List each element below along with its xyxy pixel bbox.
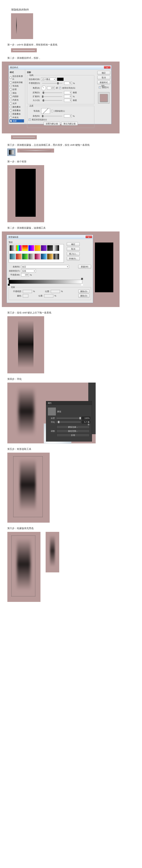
feathered-gradient bbox=[19, 388, 34, 435]
layer-style-dialog: 图层样式 样式 混合选项:默认 斜面和浮雕 等高线 纹理 描边 内阴影 内发光 … bbox=[8, 65, 111, 124]
feather-value[interactable]: 5.7 像素 bbox=[82, 421, 90, 424]
density-slider[interactable] bbox=[57, 418, 81, 418]
gradient-picker-icon[interactable] bbox=[7, 149, 15, 156]
style-item-innershadow[interactable]: 内阴影 bbox=[9, 95, 24, 98]
color-range-button[interactable]: 颜色范围... bbox=[57, 429, 90, 433]
b-step6-label: 第六步：给蒙版填充黑色 bbox=[0, 523, 142, 532]
refine-label: 调整: bbox=[48, 430, 56, 433]
gradient-preset-swatch[interactable] bbox=[22, 245, 28, 251]
make-default-button[interactable]: 设置为默认值 bbox=[44, 122, 60, 125]
spread-slider[interactable] bbox=[42, 96, 62, 97]
ge-load-button[interactable]: 载入(L)... bbox=[67, 252, 80, 256]
svg-rect-0 bbox=[9, 150, 14, 155]
gradient-preset-swatch[interactable] bbox=[9, 245, 15, 251]
opacity-stop-right[interactable] bbox=[81, 278, 83, 280]
shadow-color-swatch[interactable] bbox=[57, 78, 64, 81]
blend-options-item[interactable]: 混合选项:默认 bbox=[9, 74, 24, 81]
quality-group: 品质 等高线: 消除锯齿(L) 杂色(N): 0 % ✓ bbox=[27, 106, 94, 128]
opacity-slider[interactable] bbox=[42, 83, 62, 84]
reset-default-button[interactable]: 复位为默认值 bbox=[61, 122, 78, 125]
close-icon[interactable] bbox=[85, 236, 92, 238]
stop-opacity-value[interactable] bbox=[23, 290, 32, 293]
mask-thumbnail[interactable] bbox=[48, 407, 56, 416]
ge-new-button[interactable]: 新建(W) bbox=[78, 265, 91, 269]
close-icon[interactable] bbox=[104, 66, 111, 68]
invert-button[interactable]: 反相 bbox=[57, 433, 90, 437]
size-slider[interactable] bbox=[42, 100, 62, 101]
blend-mode-select[interactable]: 正片叠底 bbox=[41, 78, 56, 81]
stop-delete-1[interactable]: 删除(D) bbox=[78, 289, 90, 293]
style-item-patternoverlay[interactable]: 图案叠加 bbox=[9, 112, 24, 116]
ge-name-input[interactable]: 自定 bbox=[21, 265, 69, 268]
style-item-dropshadow[interactable]: 投影 bbox=[9, 119, 24, 123]
global-light-checkbox[interactable]: ✓ bbox=[59, 87, 61, 89]
stop-loc-label: 位置: bbox=[38, 290, 50, 293]
gradient-preset-swatch[interactable] bbox=[41, 245, 47, 251]
opacity-stop-left[interactable] bbox=[8, 278, 10, 280]
size-value[interactable]: 5 bbox=[64, 99, 72, 102]
style-item-contour[interactable]: 等高线 bbox=[9, 84, 24, 88]
gradient-preset-swatch[interactable] bbox=[35, 245, 40, 251]
stop-loc-value-2[interactable] bbox=[44, 294, 54, 298]
ge-type-select[interactable]: 实底 bbox=[21, 269, 36, 273]
noise-value[interactable]: 0 bbox=[64, 115, 72, 118]
color-stop-right[interactable] bbox=[81, 284, 83, 286]
distance-slider[interactable] bbox=[42, 92, 62, 93]
ge-ok-button[interactable]: 确定 bbox=[67, 242, 80, 246]
prop-title: 属性 bbox=[46, 401, 92, 405]
distance-value[interactable]: 5 bbox=[64, 91, 72, 94]
white-line bbox=[13, 50, 35, 51]
ok-button[interactable]: 确定 bbox=[97, 71, 110, 75]
color-stop-left[interactable] bbox=[8, 284, 10, 286]
gradient-preset-swatch[interactable] bbox=[16, 254, 22, 259]
noise-slider[interactable] bbox=[42, 116, 62, 117]
gradient-preset-swatch[interactable] bbox=[54, 245, 59, 251]
angle-dial[interactable] bbox=[41, 86, 46, 90]
antialias-checkbox[interactable] bbox=[51, 110, 53, 112]
ge-save-button[interactable]: 存储(S)... bbox=[67, 257, 80, 260]
gradient-preset-swatch[interactable] bbox=[9, 254, 15, 259]
blend-mode-label: 混合模式(B): bbox=[29, 78, 40, 81]
angle-value[interactable]: 120 bbox=[47, 87, 55, 90]
style-item-stroke[interactable]: 描边 bbox=[9, 91, 24, 95]
spread-label: 扩展(R): bbox=[29, 95, 40, 98]
feather-slider[interactable] bbox=[57, 422, 81, 423]
style-item-texture[interactable]: 纹理 bbox=[9, 88, 24, 91]
style-item-coloroverlay[interactable]: 颜色叠加 bbox=[9, 105, 24, 109]
stop-delete-2[interactable]: 删除(D) bbox=[78, 294, 90, 298]
opacity-value[interactable]: 75 bbox=[64, 82, 72, 85]
style-item-outerglow[interactable]: 外发光 bbox=[9, 116, 24, 119]
style-item-innerglow[interactable]: 内发光 bbox=[9, 98, 24, 102]
mask-edge-button[interactable]: 蒙版边缘... bbox=[57, 425, 90, 429]
preview-checkbox[interactable]: ✓ bbox=[99, 87, 101, 89]
marquee-selection bbox=[13, 456, 43, 517]
gradient-preset-swatch[interactable] bbox=[28, 254, 34, 259]
knockout-checkbox[interactable]: ✓ bbox=[29, 119, 31, 121]
black-rect bbox=[15, 169, 36, 217]
stop-loc-value[interactable] bbox=[51, 290, 60, 293]
angle-label: 角度(A): bbox=[29, 87, 40, 89]
gradient-preset-swatch[interactable] bbox=[54, 254, 59, 259]
a-step1-label: 第一步：crtl+N 新建画布，用矩形框画一条直线 bbox=[0, 39, 142, 48]
style-item-gradoverlay[interactable]: 渐变叠加 bbox=[9, 109, 24, 112]
spread-value[interactable]: 0 bbox=[64, 95, 72, 98]
ge-cancel-button[interactable]: 取消 bbox=[67, 247, 80, 251]
stop-color-swatch[interactable] bbox=[23, 294, 28, 298]
gradient-preset-swatch[interactable] bbox=[35, 254, 40, 259]
gradient-preset-swatch[interactable] bbox=[47, 245, 53, 251]
gradient-preset-swatch[interactable] bbox=[41, 254, 47, 259]
style-item-bevel[interactable]: 斜面和浮雕 bbox=[9, 81, 24, 84]
gradient-preset-swatch[interactable] bbox=[16, 245, 22, 251]
density-value[interactable]: 100% bbox=[82, 417, 90, 420]
gradient-bar[interactable] bbox=[9, 280, 82, 284]
contour-picker[interactable] bbox=[41, 108, 50, 114]
gradient-preset-swatch[interactable] bbox=[22, 254, 28, 259]
cancel-button[interactable]: 取消 bbox=[97, 76, 110, 80]
style-item-satin[interactable]: 光泽 bbox=[9, 102, 24, 105]
ge-smooth-value[interactable]: 100 bbox=[21, 273, 29, 276]
faded-line bbox=[20, 150, 51, 151]
gradient-preset-swatch[interactable] bbox=[28, 245, 34, 251]
gradient-presets[interactable] bbox=[9, 244, 64, 262]
gradient-preset-swatch[interactable] bbox=[47, 254, 53, 259]
new-style-button[interactable]: 新建样式(W)... bbox=[97, 81, 110, 84]
